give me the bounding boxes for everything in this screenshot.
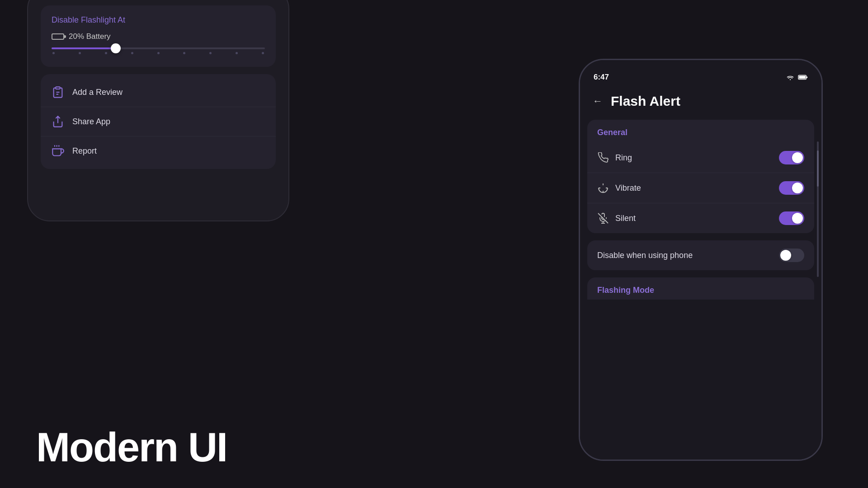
- disable-phone-card: Disable when using phone: [587, 240, 814, 270]
- dot-9: [262, 52, 264, 54]
- dot-3: [105, 52, 107, 54]
- status-icons: [786, 74, 808, 80]
- general-section-label: General: [587, 120, 814, 143]
- silent-label: Silent: [615, 214, 636, 223]
- ring-toggle[interactable]: [779, 151, 804, 164]
- vibrate-setting-row: Vibrate: [587, 173, 814, 203]
- dot-1: [52, 52, 55, 54]
- dot-5: [157, 52, 160, 54]
- back-button[interactable]: ←: [593, 95, 603, 107]
- disable-phone-toggle[interactable]: [779, 249, 804, 262]
- silent-icon: [597, 213, 609, 224]
- vibrate-setting-left: Vibrate: [597, 183, 641, 193]
- silent-setting-row: Silent: [587, 203, 814, 233]
- vibrate-toggle-knob: [792, 183, 803, 193]
- menu-item-add-review[interactable]: Add a Review: [41, 78, 276, 107]
- disable-flashlight-title: Disable Flashlight At: [52, 15, 265, 25]
- share-app-label: Share App: [72, 117, 110, 127]
- silent-setting-left: Silent: [597, 213, 636, 224]
- status-time: 6:47: [594, 73, 609, 82]
- report-label: Report: [72, 146, 97, 156]
- dot-6: [183, 52, 185, 54]
- scrollbar-thumb[interactable]: [817, 150, 819, 187]
- dot-2: [79, 52, 81, 54]
- disable-phone-label: Disable when using phone: [597, 251, 693, 260]
- ring-icon: [597, 152, 609, 163]
- ring-label: Ring: [615, 153, 632, 163]
- share-icon: [52, 115, 64, 128]
- silent-toggle-knob: [792, 213, 803, 224]
- battery-icon: [798, 74, 808, 80]
- silent-toggle[interactable]: [779, 211, 804, 225]
- menu-section: Add a Review Share App Report: [41, 74, 276, 169]
- battery-row: 20% Battery: [52, 32, 265, 41]
- vibrate-icon: [597, 183, 609, 193]
- vibrate-label: Vibrate: [615, 183, 641, 193]
- add-review-label: Add a Review: [72, 88, 123, 97]
- right-phone-mockup: 6:47 ← Flash Alert General: [579, 59, 823, 461]
- app-content: General Ring: [580, 120, 821, 460]
- wifi-icon: [786, 74, 794, 80]
- flashing-mode-section: Flashing Mode: [587, 277, 814, 300]
- battery-slider-track[interactable]: [52, 47, 265, 49]
- dot-4: [131, 52, 133, 54]
- report-icon: [52, 145, 64, 157]
- left-phone-mockup: Disable Flashlight At 20% Battery: [27, 0, 289, 221]
- app-header: ← Flash Alert: [580, 86, 821, 120]
- slider-fill: [52, 47, 116, 49]
- battery-icon: [52, 33, 64, 40]
- dot-7: [209, 52, 212, 54]
- menu-item-report[interactable]: Report: [41, 136, 276, 165]
- dot-8: [236, 52, 238, 54]
- scrollbar[interactable]: [817, 141, 819, 277]
- battery-percentage: 20% Battery: [69, 32, 111, 41]
- menu-item-share-app[interactable]: Share App: [41, 107, 276, 136]
- disable-flashlight-section: Disable Flashlight At 20% Battery: [41, 5, 276, 67]
- svg-rect-8: [799, 76, 806, 79]
- svg-rect-9: [807, 76, 807, 78]
- clipboard-icon: [52, 86, 64, 99]
- phone-screen: 6:47 ← Flash Alert General: [580, 60, 821, 460]
- status-bar: 6:47: [580, 65, 821, 86]
- vibrate-toggle[interactable]: [779, 181, 804, 195]
- modern-ui-heading: Modern UI: [36, 425, 227, 470]
- app-title: Flash Alert: [611, 94, 680, 109]
- slider-dots: [52, 52, 265, 54]
- svg-rect-0: [56, 87, 60, 89]
- ring-setting-row: Ring: [587, 143, 814, 173]
- flashing-mode-label: Flashing Mode: [597, 286, 804, 295]
- ring-toggle-knob: [792, 152, 803, 163]
- ring-setting-left: Ring: [597, 152, 632, 163]
- disable-phone-toggle-knob: [780, 250, 791, 261]
- slider-thumb[interactable]: [111, 43, 121, 53]
- general-settings-card: General Ring: [587, 120, 814, 233]
